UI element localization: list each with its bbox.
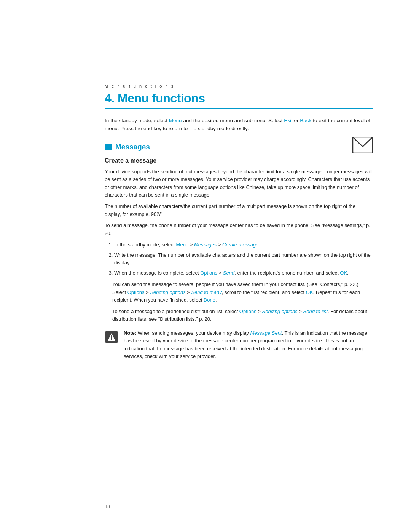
send-to-many-link[interactable]: Send to many: [191, 289, 221, 295]
distribution-text: To send a message to a predefined distri…: [112, 308, 373, 323]
paragraph-3: To send a message, the phone number of y…: [105, 222, 373, 237]
paragraph-2: The number of available characters/the c…: [105, 203, 373, 218]
chapter-title: 4. Menu functions: [105, 91, 373, 105]
step-1: In the standby mode, select Menu > Messa…: [114, 241, 373, 249]
message-sent-link[interactable]: Message Sent: [250, 330, 282, 336]
options-link-3[interactable]: Options: [239, 308, 256, 314]
subsection-title: Create a message: [105, 157, 373, 164]
mail-icon: [352, 137, 373, 153]
step-2: Write the message. The number of availab…: [114, 251, 373, 267]
note-icon: [105, 330, 118, 344]
sending-options-link-1[interactable]: Sending options: [150, 289, 185, 295]
step-3: When the message is complete, select Opt…: [114, 269, 373, 277]
steps-list: In the standby mode, select Menu > Messa…: [112, 241, 373, 277]
intro-paragraph: In the standby mode, select Menu and the…: [105, 117, 373, 133]
svg-rect-3: [111, 335, 112, 339]
section-title-row: Messages: [105, 143, 150, 151]
blue-square-icon: [105, 144, 112, 150]
section-label: M e n u f u n c t i o n s: [105, 84, 373, 88]
content-area: M e n u f u n c t i o n s 4. Menu functi…: [0, 0, 411, 391]
messages-section-header: Messages: [105, 141, 373, 153]
step3-extra-text: You can send the message to several peop…: [112, 281, 373, 304]
back-link[interactable]: Back: [300, 118, 311, 123]
svg-rect-4: [111, 339, 112, 340]
page-number: 18: [105, 503, 110, 509]
page: M e n u f u n c t i o n s 4. Menu functi…: [0, 0, 411, 532]
note-label: Note:: [124, 330, 136, 336]
options-text: options: [220, 184, 236, 190]
send-to-list-link[interactable]: Send to list: [303, 308, 328, 314]
step3-options-link[interactable]: Options: [200, 270, 217, 276]
title-underline: [105, 108, 373, 109]
ok-link-2[interactable]: OK: [306, 289, 313, 295]
menu-link[interactable]: Menu: [169, 118, 182, 123]
done-link[interactable]: Done: [204, 297, 215, 303]
note-block: Note: When sending messages, your device…: [105, 329, 373, 361]
step1-messages-link[interactable]: Messages: [194, 242, 217, 248]
messages-title: Messages: [115, 143, 150, 151]
paragraph-1: Your device supports the sending of text…: [105, 168, 373, 199]
sending-options-link-2[interactable]: Sending options: [262, 308, 298, 314]
step3-send-link[interactable]: Send: [223, 270, 234, 276]
step1-create-link[interactable]: Create message: [222, 242, 258, 248]
step3-extra-block: You can send the message to several peop…: [112, 281, 373, 323]
note-text: Note: When sending messages, your device…: [124, 329, 373, 361]
options-link-2[interactable]: Options: [127, 289, 145, 295]
step1-menu-link[interactable]: Menu: [176, 242, 189, 248]
exit-link[interactable]: Exit: [284, 118, 293, 123]
step3-ok-link[interactable]: OK: [340, 270, 347, 276]
